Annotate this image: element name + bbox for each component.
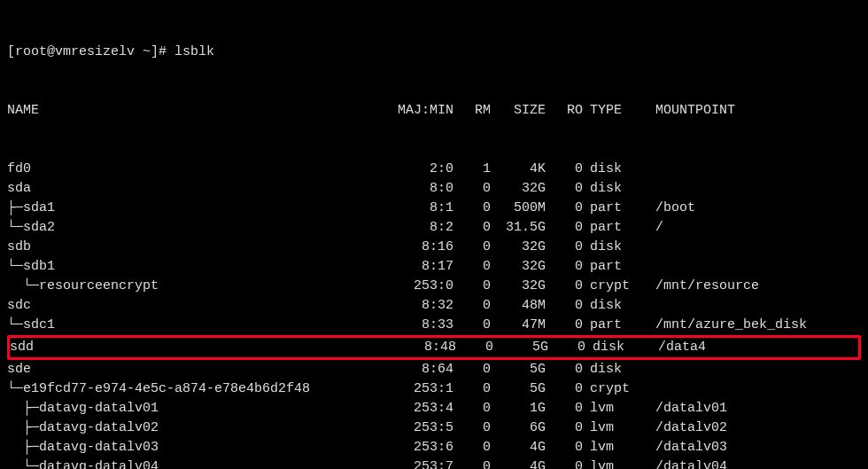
prompt-text: [root@vmresizelv ~]# lsblk (7, 43, 214, 62)
cell-ro: 0 (546, 316, 583, 335)
cell-name: ├─datavg-datalv01 (7, 399, 379, 418)
cell-majmin: 8:33 (379, 316, 453, 335)
cell-ro: 0 (546, 457, 583, 469)
cell-size: 5G (491, 360, 546, 379)
cell-ro: 0 (548, 338, 585, 357)
cell-type: lvm (583, 418, 648, 438)
cell-majmin: 8:0 (379, 179, 453, 199)
cell-ro: 0 (546, 160, 583, 179)
cell-mountpoint: /mnt/azure_bek_disk (648, 316, 861, 335)
cell-rm: 0 (453, 277, 491, 296)
cell-ro: 0 (546, 199, 583, 218)
cell-name: └─datavg-datalv04 (7, 457, 379, 469)
cell-type: disk (583, 296, 648, 316)
cell-mountpoint: /datalv01 (648, 399, 861, 418)
cell-ro: 0 (546, 379, 583, 399)
cell-ro: 0 (546, 296, 583, 316)
cell-type: disk (583, 360, 648, 379)
cell-rm: 1 (453, 160, 491, 179)
table-row: └─sdb18:17032G0part (7, 257, 861, 277)
cell-majmin: 8:16 (379, 238, 453, 257)
cell-rm: 0 (453, 438, 491, 457)
terminal[interactable]: [root@vmresizelv ~]# lsblk NAME MAJ:MIN … (0, 0, 868, 469)
cell-size: 32G (491, 238, 546, 257)
cell-mountpoint (648, 160, 861, 179)
cell-type: lvm (583, 438, 648, 457)
cell-ro: 0 (546, 399, 583, 418)
cell-size: 5G (491, 379, 546, 399)
cell-type: disk (583, 238, 648, 257)
col-header-ro: RO (546, 101, 583, 121)
cell-name: sdc (7, 296, 379, 316)
cell-type: part (583, 199, 648, 218)
cell-majmin: 8:64 (379, 360, 453, 379)
cell-mountpoint (648, 379, 861, 399)
lsblk-rows: fd02:014K0disksda8:0032G0disk├─sda18:105… (7, 160, 861, 469)
cell-majmin: 8:17 (379, 257, 453, 277)
cell-rm: 0 (453, 418, 491, 438)
cell-majmin: 2:0 (379, 160, 453, 179)
cell-size: 31.5G (491, 218, 546, 238)
cell-mountpoint: /datalv02 (648, 418, 861, 438)
cell-name: sdd (10, 338, 382, 357)
cell-mountpoint (648, 257, 861, 277)
cell-name: ├─datavg-datalv02 (7, 418, 379, 438)
cell-type: crypt (583, 277, 648, 296)
cell-mountpoint (648, 296, 861, 316)
cell-type: disk (583, 160, 648, 179)
cell-size: 48M (491, 296, 546, 316)
cell-majmin: 8:1 (379, 199, 453, 218)
table-row: ├─datavg-datalv03253:604G0lvm/datalv03 (7, 438, 861, 457)
cell-type: disk (585, 338, 651, 357)
table-row: ├─datavg-datalv02253:506G0lvm/datalv02 (7, 418, 861, 438)
table-row: └─resourceencrypt253:0032G0crypt/mnt/res… (7, 277, 861, 296)
cell-mountpoint: /boot (648, 199, 861, 218)
cell-ro: 0 (546, 218, 583, 238)
cell-rm: 0 (456, 338, 493, 357)
cell-majmin: 8:2 (379, 218, 453, 238)
cell-majmin: 253:5 (379, 418, 453, 438)
cell-ro: 0 (546, 179, 583, 199)
cell-rm: 0 (453, 218, 491, 238)
col-header-majmin: MAJ:MIN (379, 101, 453, 121)
cell-ro: 0 (546, 277, 583, 296)
cell-rm: 0 (453, 360, 491, 379)
table-row: ├─sda18:10500M0part/boot (7, 199, 861, 218)
lsblk-header-row: NAME MAJ:MIN RM SIZE RO TYPE MOUNTPOINT (7, 101, 861, 121)
cell-rm: 0 (453, 257, 491, 277)
cell-rm: 0 (453, 399, 491, 418)
cell-mountpoint (648, 179, 861, 199)
cell-type: disk (583, 179, 648, 199)
cell-name: fd0 (7, 160, 379, 179)
cell-majmin: 253:6 (379, 438, 453, 457)
cell-name: sde (7, 360, 379, 379)
cell-ro: 0 (546, 238, 583, 257)
cell-size: 32G (491, 277, 546, 296)
cell-name: sdb (7, 238, 379, 257)
cell-name: ├─sda1 (7, 199, 379, 218)
cell-mountpoint: /mnt/resource (648, 277, 861, 296)
col-header-type: TYPE (583, 101, 648, 121)
table-row: sde8:6405G0disk (7, 360, 861, 379)
table-row: fd02:014K0disk (7, 160, 861, 179)
table-row: └─e19fcd77-e974-4e5c-a874-e78e4b6d2f4825… (7, 379, 861, 399)
cell-size: 32G (491, 179, 546, 199)
table-row: └─datavg-datalv04253:704G0lvm/datalv04 (7, 457, 861, 469)
cell-size: 4K (491, 160, 546, 179)
table-row: sdb8:16032G0disk (7, 238, 861, 257)
cell-size: 1G (491, 399, 546, 418)
cell-majmin: 8:48 (382, 338, 456, 357)
cell-type: lvm (583, 457, 648, 469)
cell-name: sda (7, 179, 379, 199)
table-row: └─sda28:2031.5G0part/ (7, 218, 861, 238)
cell-majmin: 8:32 (379, 296, 453, 316)
cell-mountpoint: /datalv04 (648, 457, 861, 469)
cell-rm: 0 (453, 199, 491, 218)
table-row: ├─datavg-datalv01253:401G0lvm/datalv01 (7, 399, 861, 418)
cell-type: lvm (583, 399, 648, 418)
cell-rm: 0 (453, 379, 491, 399)
cell-name: └─sda2 (7, 218, 379, 238)
cell-ro: 0 (546, 257, 583, 277)
cell-ro: 0 (546, 438, 583, 457)
cell-mountpoint (648, 360, 861, 379)
